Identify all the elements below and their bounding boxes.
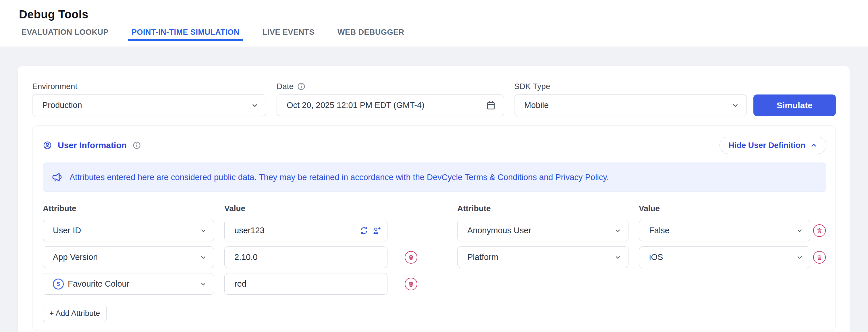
sdk-type-label: SDK Type [514, 82, 747, 91]
attribute-column-header: Attribute [43, 204, 224, 213]
hide-user-definition-button[interactable]: Hide User Definition [719, 137, 826, 154]
environment-field-group: Environment Production [32, 82, 266, 116]
sdk-type-select[interactable]: Mobile [514, 94, 747, 116]
tab-point-in-time-simulation[interactable]: POINT-IN-TIME SIMULATION [128, 28, 243, 41]
attribute-column-header: Attribute [457, 204, 639, 213]
attribute-row-anonymous-user: Anonymous User False [457, 220, 826, 241]
value-column-header: Value [224, 204, 245, 213]
simulate-button[interactable]: Simulate [753, 94, 836, 116]
date-field-group: Date Oct 20, 2025 12:01 PM EDT (GMT-4) [277, 82, 504, 116]
add-user-button[interactable] [372, 226, 381, 235]
chevron-down-icon [796, 254, 803, 261]
refresh-user-id-button[interactable] [360, 226, 368, 235]
attribute-column-left: Attribute Value User ID [43, 204, 417, 322]
chevron-down-icon [614, 254, 621, 261]
add-user-icon [372, 226, 381, 235]
user-information-header: User Information Hide User Definition [43, 137, 826, 154]
attribute-select[interactable]: User ID [43, 220, 214, 241]
string-type-badge: S [53, 279, 64, 290]
simulation-form: Environment Production Date [32, 82, 836, 116]
delete-attribute-button[interactable] [813, 251, 826, 264]
page-body: Environment Production Date [0, 47, 868, 332]
public-data-notice-text: Attributes entered here are considered p… [69, 173, 609, 182]
trash-icon [816, 254, 823, 261]
sdk-type-field-group: SDK Type Mobile [514, 82, 747, 116]
column-headers: Attribute Value [457, 204, 826, 213]
value-select-value: False [649, 226, 796, 235]
app-window: Debug Tools EVALUATION LOOKUP POINT-IN-T… [0, 0, 868, 332]
environment-label: Environment [32, 82, 266, 91]
attribute-column-right: Attribute Value Anonymous User [457, 204, 826, 322]
megaphone-icon [51, 171, 63, 183]
info-icon[interactable] [132, 141, 141, 150]
attribute-select-value: App Version [53, 252, 200, 262]
value-input-box [224, 220, 388, 241]
refresh-icon [360, 226, 368, 235]
attribute-row-user-id: User ID [43, 220, 417, 241]
delete-attribute-button[interactable] [813, 224, 826, 237]
user-information-title: User Information [58, 141, 127, 150]
sdk-type-value: Mobile [524, 100, 732, 110]
attribute-select[interactable]: Anonymous User [457, 220, 628, 241]
page-title: Debug Tools [0, 0, 868, 21]
environment-select[interactable]: Production [32, 94, 266, 116]
column-headers: Attribute Value [43, 204, 417, 213]
chevron-down-icon [200, 227, 207, 234]
attribute-grid: Attribute Value User ID [43, 204, 826, 322]
delete-attribute-button[interactable] [405, 251, 417, 264]
simulation-card: Environment Production Date [18, 66, 849, 332]
attribute-row-favourite-colour: S Favourite Colour [43, 273, 417, 295]
user-information-title-group: User Information [43, 141, 141, 150]
chevron-down-icon [200, 254, 207, 261]
user-id-input[interactable] [235, 226, 360, 235]
value-select[interactable]: iOS [639, 246, 810, 268]
value-input-box [224, 273, 388, 295]
attribute-row-app-version: App Version [43, 246, 417, 268]
chevron-down-icon [200, 280, 207, 288]
attribute-select-value: Anonymous User [467, 226, 614, 235]
attribute-select[interactable]: App Version [43, 246, 214, 268]
value-input-box [224, 246, 388, 268]
user-information-section: User Information Hide User Definition [32, 125, 836, 331]
trash-icon [408, 281, 414, 287]
tab-live-events[interactable]: LIVE EVENTS [259, 28, 318, 41]
value-column-header: Value [639, 204, 660, 213]
attribute-row-platform: Platform iOS [457, 246, 826, 268]
info-icon[interactable] [297, 82, 306, 91]
chevron-up-icon [810, 142, 817, 149]
value-select[interactable]: False [639, 220, 810, 241]
date-label: Date [277, 82, 293, 91]
chevron-down-icon [614, 227, 621, 234]
chevron-down-icon [251, 102, 258, 109]
tab-bar: EVALUATION LOOKUP POINT-IN-TIME SIMULATI… [0, 28, 868, 41]
delete-placeholder [405, 224, 417, 237]
attribute-select[interactable]: S Favourite Colour [43, 273, 214, 295]
tab-evaluation-lookup[interactable]: EVALUATION LOOKUP [18, 28, 112, 41]
date-label-row: Date [277, 82, 504, 91]
trash-icon [816, 228, 823, 234]
value-select-value: iOS [649, 252, 796, 262]
user-circle-icon [43, 141, 52, 150]
attribute-select-value: Platform [467, 252, 614, 262]
public-data-notice: Attributes entered here are considered p… [43, 162, 826, 192]
chevron-down-icon [796, 227, 803, 234]
header: Debug Tools EVALUATION LOOKUP POINT-IN-T… [0, 0, 868, 47]
attribute-select-value: Favourite Colour [68, 279, 200, 289]
hide-user-definition-label: Hide User Definition [728, 141, 805, 150]
date-input-box[interactable]: Oct 20, 2025 12:01 PM EDT (GMT-4) [277, 94, 504, 116]
add-attribute-button[interactable]: + Add Attribute [43, 305, 106, 322]
date-value: Oct 20, 2025 12:01 PM EDT (GMT-4) [287, 100, 486, 110]
trash-icon [408, 254, 414, 261]
attribute-select[interactable]: Platform [457, 246, 628, 268]
delete-attribute-button[interactable] [405, 278, 417, 290]
chevron-down-icon [732, 102, 739, 109]
attribute-select-value: User ID [53, 226, 200, 235]
environment-value: Production [42, 100, 251, 110]
app-version-input[interactable] [235, 252, 381, 262]
calendar-icon[interactable] [486, 100, 496, 111]
tab-web-debugger[interactable]: WEB DEBUGGER [334, 28, 408, 41]
favourite-colour-input[interactable] [235, 279, 381, 289]
